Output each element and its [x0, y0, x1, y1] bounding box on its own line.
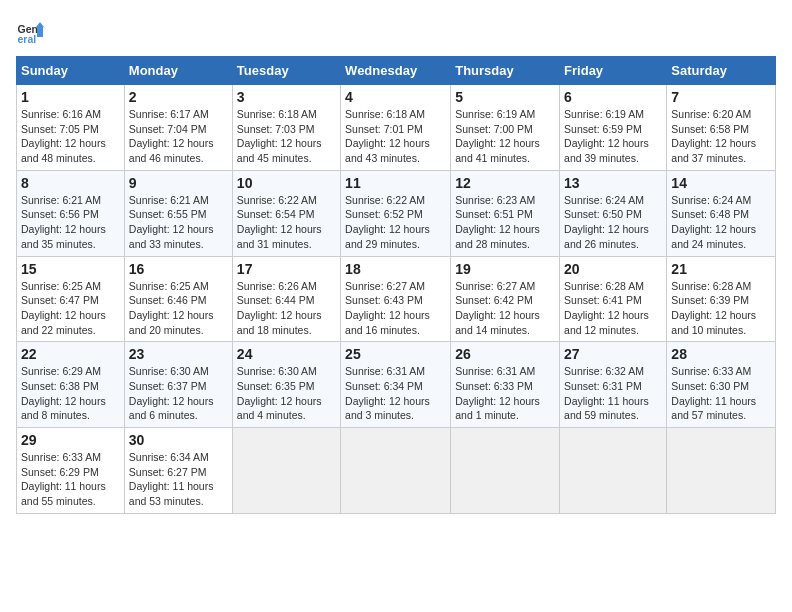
calendar-cell: 2 Sunrise: 6:17 AMSunset: 7:04 PMDayligh…	[124, 85, 232, 171]
day-number: 19	[455, 261, 555, 277]
day-detail: Sunrise: 6:33 AMSunset: 6:30 PMDaylight:…	[671, 365, 756, 421]
calendar-cell: 15 Sunrise: 6:25 AMSunset: 6:47 PMDaylig…	[17, 256, 125, 342]
day-number: 27	[564, 346, 662, 362]
calendar-week-1: 1 Sunrise: 6:16 AMSunset: 7:05 PMDayligh…	[17, 85, 776, 171]
calendar-cell: 17 Sunrise: 6:26 AMSunset: 6:44 PMDaylig…	[232, 256, 340, 342]
day-detail: Sunrise: 6:21 AMSunset: 6:56 PMDaylight:…	[21, 194, 106, 250]
day-number: 20	[564, 261, 662, 277]
day-number: 21	[671, 261, 771, 277]
day-detail: Sunrise: 6:33 AMSunset: 6:29 PMDaylight:…	[21, 451, 106, 507]
day-detail: Sunrise: 6:17 AMSunset: 7:04 PMDaylight:…	[129, 108, 214, 164]
day-number: 5	[455, 89, 555, 105]
col-header-monday: Monday	[124, 57, 232, 85]
day-detail: Sunrise: 6:19 AMSunset: 6:59 PMDaylight:…	[564, 108, 649, 164]
col-header-sunday: Sunday	[17, 57, 125, 85]
day-number: 30	[129, 432, 228, 448]
calendar-cell	[451, 428, 560, 514]
day-number: 10	[237, 175, 336, 191]
day-detail: Sunrise: 6:29 AMSunset: 6:38 PMDaylight:…	[21, 365, 106, 421]
day-detail: Sunrise: 6:18 AMSunset: 7:03 PMDaylight:…	[237, 108, 322, 164]
day-number: 12	[455, 175, 555, 191]
day-detail: Sunrise: 6:19 AMSunset: 7:00 PMDaylight:…	[455, 108, 540, 164]
day-number: 28	[671, 346, 771, 362]
day-number: 18	[345, 261, 446, 277]
day-detail: Sunrise: 6:22 AMSunset: 6:54 PMDaylight:…	[237, 194, 322, 250]
day-detail: Sunrise: 6:22 AMSunset: 6:52 PMDaylight:…	[345, 194, 430, 250]
day-detail: Sunrise: 6:25 AMSunset: 6:46 PMDaylight:…	[129, 280, 214, 336]
calendar-cell: 11 Sunrise: 6:22 AMSunset: 6:52 PMDaylig…	[341, 170, 451, 256]
calendar-cell: 1 Sunrise: 6:16 AMSunset: 7:05 PMDayligh…	[17, 85, 125, 171]
day-number: 7	[671, 89, 771, 105]
day-number: 22	[21, 346, 120, 362]
page-header: Gen eral	[16, 16, 776, 46]
day-number: 13	[564, 175, 662, 191]
day-number: 26	[455, 346, 555, 362]
day-number: 16	[129, 261, 228, 277]
day-number: 17	[237, 261, 336, 277]
calendar-cell: 6 Sunrise: 6:19 AMSunset: 6:59 PMDayligh…	[560, 85, 667, 171]
calendar-cell	[560, 428, 667, 514]
day-detail: Sunrise: 6:28 AMSunset: 6:41 PMDaylight:…	[564, 280, 649, 336]
calendar-cell: 22 Sunrise: 6:29 AMSunset: 6:38 PMDaylig…	[17, 342, 125, 428]
day-number: 25	[345, 346, 446, 362]
calendar-cell: 19 Sunrise: 6:27 AMSunset: 6:42 PMDaylig…	[451, 256, 560, 342]
day-number: 4	[345, 89, 446, 105]
day-detail: Sunrise: 6:30 AMSunset: 6:37 PMDaylight:…	[129, 365, 214, 421]
calendar-cell: 28 Sunrise: 6:33 AMSunset: 6:30 PMDaylig…	[667, 342, 776, 428]
day-number: 3	[237, 89, 336, 105]
day-number: 24	[237, 346, 336, 362]
day-number: 9	[129, 175, 228, 191]
col-header-thursday: Thursday	[451, 57, 560, 85]
logo-icon: Gen eral	[16, 16, 46, 46]
calendar-cell: 29 Sunrise: 6:33 AMSunset: 6:29 PMDaylig…	[17, 428, 125, 514]
calendar-cell: 12 Sunrise: 6:23 AMSunset: 6:51 PMDaylig…	[451, 170, 560, 256]
day-detail: Sunrise: 6:20 AMSunset: 6:58 PMDaylight:…	[671, 108, 756, 164]
calendar-cell	[341, 428, 451, 514]
calendar-cell: 10 Sunrise: 6:22 AMSunset: 6:54 PMDaylig…	[232, 170, 340, 256]
calendar-cell: 18 Sunrise: 6:27 AMSunset: 6:43 PMDaylig…	[341, 256, 451, 342]
day-detail: Sunrise: 6:18 AMSunset: 7:01 PMDaylight:…	[345, 108, 430, 164]
calendar-cell: 13 Sunrise: 6:24 AMSunset: 6:50 PMDaylig…	[560, 170, 667, 256]
day-number: 15	[21, 261, 120, 277]
calendar-cell: 4 Sunrise: 6:18 AMSunset: 7:01 PMDayligh…	[341, 85, 451, 171]
day-number: 8	[21, 175, 120, 191]
calendar-cell: 7 Sunrise: 6:20 AMSunset: 6:58 PMDayligh…	[667, 85, 776, 171]
calendar-week-4: 22 Sunrise: 6:29 AMSunset: 6:38 PMDaylig…	[17, 342, 776, 428]
calendar-cell: 20 Sunrise: 6:28 AMSunset: 6:41 PMDaylig…	[560, 256, 667, 342]
calendar-cell: 3 Sunrise: 6:18 AMSunset: 7:03 PMDayligh…	[232, 85, 340, 171]
day-detail: Sunrise: 6:25 AMSunset: 6:47 PMDaylight:…	[21, 280, 106, 336]
day-detail: Sunrise: 6:30 AMSunset: 6:35 PMDaylight:…	[237, 365, 322, 421]
calendar-cell	[232, 428, 340, 514]
calendar-cell: 27 Sunrise: 6:32 AMSunset: 6:31 PMDaylig…	[560, 342, 667, 428]
calendar-table: SundayMondayTuesdayWednesdayThursdayFrid…	[16, 56, 776, 514]
calendar-week-3: 15 Sunrise: 6:25 AMSunset: 6:47 PMDaylig…	[17, 256, 776, 342]
calendar-cell: 14 Sunrise: 6:24 AMSunset: 6:48 PMDaylig…	[667, 170, 776, 256]
day-detail: Sunrise: 6:27 AMSunset: 6:42 PMDaylight:…	[455, 280, 540, 336]
calendar-cell: 26 Sunrise: 6:31 AMSunset: 6:33 PMDaylig…	[451, 342, 560, 428]
day-number: 6	[564, 89, 662, 105]
calendar-week-2: 8 Sunrise: 6:21 AMSunset: 6:56 PMDayligh…	[17, 170, 776, 256]
day-detail: Sunrise: 6:34 AMSunset: 6:27 PMDaylight:…	[129, 451, 214, 507]
day-detail: Sunrise: 6:23 AMSunset: 6:51 PMDaylight:…	[455, 194, 540, 250]
logo: Gen eral	[16, 16, 50, 46]
col-header-wednesday: Wednesday	[341, 57, 451, 85]
day-detail: Sunrise: 6:16 AMSunset: 7:05 PMDaylight:…	[21, 108, 106, 164]
col-header-saturday: Saturday	[667, 57, 776, 85]
calendar-cell: 24 Sunrise: 6:30 AMSunset: 6:35 PMDaylig…	[232, 342, 340, 428]
calendar-cell	[667, 428, 776, 514]
day-detail: Sunrise: 6:27 AMSunset: 6:43 PMDaylight:…	[345, 280, 430, 336]
day-detail: Sunrise: 6:21 AMSunset: 6:55 PMDaylight:…	[129, 194, 214, 250]
calendar-cell: 16 Sunrise: 6:25 AMSunset: 6:46 PMDaylig…	[124, 256, 232, 342]
day-detail: Sunrise: 6:28 AMSunset: 6:39 PMDaylight:…	[671, 280, 756, 336]
day-detail: Sunrise: 6:26 AMSunset: 6:44 PMDaylight:…	[237, 280, 322, 336]
calendar-cell: 8 Sunrise: 6:21 AMSunset: 6:56 PMDayligh…	[17, 170, 125, 256]
day-detail: Sunrise: 6:24 AMSunset: 6:50 PMDaylight:…	[564, 194, 649, 250]
calendar-cell: 23 Sunrise: 6:30 AMSunset: 6:37 PMDaylig…	[124, 342, 232, 428]
calendar-cell: 30 Sunrise: 6:34 AMSunset: 6:27 PMDaylig…	[124, 428, 232, 514]
calendar-cell: 5 Sunrise: 6:19 AMSunset: 7:00 PMDayligh…	[451, 85, 560, 171]
day-detail: Sunrise: 6:31 AMSunset: 6:34 PMDaylight:…	[345, 365, 430, 421]
day-detail: Sunrise: 6:31 AMSunset: 6:33 PMDaylight:…	[455, 365, 540, 421]
svg-text:eral: eral	[18, 33, 37, 45]
col-header-tuesday: Tuesday	[232, 57, 340, 85]
day-detail: Sunrise: 6:24 AMSunset: 6:48 PMDaylight:…	[671, 194, 756, 250]
